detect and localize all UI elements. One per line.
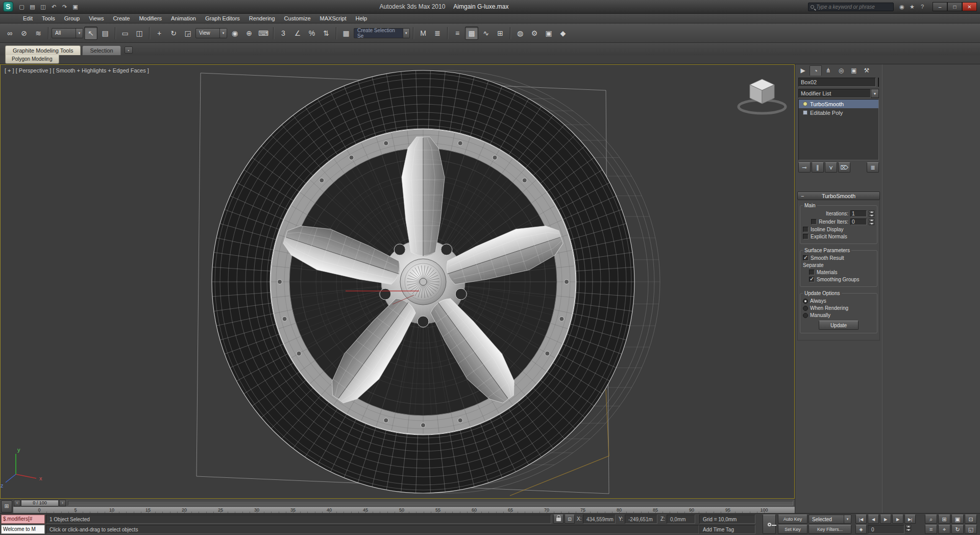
- mini-curve-editor-button[interactable]: ⊞: [1, 500, 12, 513]
- ribbon-tab-graphite-modeling-tools[interactable]: Graphite Modeling Tools: [5, 45, 81, 55]
- menu-help[interactable]: Help: [351, 14, 372, 22]
- render-iters-checkbox[interactable]: [811, 219, 817, 225]
- redo-icon[interactable]: ↷: [60, 2, 69, 12]
- pin-stack-icon[interactable]: ⊸: [798, 162, 811, 173]
- search-input[interactable]: [816, 4, 891, 10]
- isoline-display-checkbox[interactable]: [803, 227, 808, 232]
- key-filters-button[interactable]: Key Filters...: [808, 525, 851, 534]
- always-radio[interactable]: [803, 299, 808, 304]
- tab-hierarchy[interactable]: ⋔: [822, 65, 835, 76]
- rectangular-selection-region-icon[interactable]: ▭: [118, 27, 132, 40]
- use-pivot-point-icon[interactable]: ◉: [228, 27, 241, 40]
- rendered-frame-icon[interactable]: ▣: [542, 27, 555, 40]
- menu-group[interactable]: Group: [60, 14, 85, 22]
- set-keys-key-icon[interactable]: [763, 515, 776, 534]
- window-crossing-icon[interactable]: ◫: [133, 27, 146, 40]
- keyboard-override-icon[interactable]: ⌨: [257, 27, 270, 40]
- y-coordinate-field[interactable]: -249,651m: [625, 515, 657, 524]
- render-setup-icon[interactable]: ⚙: [528, 27, 541, 40]
- frame-spinner[interactable]: [905, 525, 911, 534]
- menu-animation[interactable]: Animation: [166, 14, 201, 22]
- render-iters-spinner[interactable]: 0: [850, 218, 867, 225]
- when-rendering-radio[interactable]: [803, 306, 808, 311]
- select-and-rotate-icon[interactable]: ↻: [167, 27, 180, 40]
- angle-snap-icon[interactable]: ∠: [291, 27, 304, 40]
- chevron-down-icon[interactable]: ▼: [871, 89, 879, 98]
- maxscript-mini-listener[interactable]: Welcome to M: [1, 525, 45, 534]
- smooth-result-checkbox[interactable]: [803, 255, 808, 261]
- smoothing-groups-checkbox[interactable]: [809, 277, 815, 282]
- time-slider-handle[interactable]: 0 / 100: [21, 500, 59, 506]
- selection-lock-icon[interactable]: [553, 515, 564, 524]
- menu-create[interactable]: Create: [108, 14, 134, 22]
- graphite-ribbon-toggle-icon[interactable]: ▩: [465, 27, 478, 40]
- spinner-snap-icon[interactable]: ⇅: [320, 27, 333, 40]
- remove-modifier-icon[interactable]: ⌦: [838, 162, 850, 173]
- select-by-name-icon[interactable]: ▤: [99, 27, 112, 40]
- update-button[interactable]: Update: [819, 321, 859, 330]
- zoom-all-icon[interactable]: ⊞: [938, 515, 950, 524]
- project-folder-icon[interactable]: ▣: [70, 2, 80, 12]
- menu-customize[interactable]: Customize: [280, 14, 315, 22]
- render-iters-spinner-arrows[interactable]: [869, 218, 874, 225]
- iterations-spinner-arrows[interactable]: [869, 210, 874, 217]
- zoom-extents-all-icon[interactable]: ⊡: [965, 515, 977, 524]
- named-selection-set-dropdown[interactable]: Create Selection Se▼: [354, 28, 410, 38]
- key-mode-toggle-icon[interactable]: ◈: [855, 525, 867, 534]
- tab-utilities[interactable]: ⚒: [861, 65, 873, 76]
- add-time-tag[interactable]: Add Time Tag: [699, 525, 755, 534]
- reference-coordinate-dropdown[interactable]: View▼: [195, 28, 227, 38]
- zoom-region-icon[interactable]: ⌗: [925, 525, 937, 534]
- maxscript-mini-listener-macro[interactable]: $.modifiers[#: [1, 515, 45, 524]
- communication-center-icon[interactable]: ◉: [897, 2, 906, 11]
- maximize-button[interactable]: □: [947, 2, 962, 11]
- chevron-down-icon[interactable]: ▼: [219, 29, 227, 38]
- viewport-canvas[interactable]: xyz: [1, 65, 794, 498]
- manually-radio[interactable]: [803, 313, 808, 318]
- x-coordinate-field[interactable]: 434,559mm: [583, 515, 616, 524]
- go-to-start-button[interactable]: |◀: [855, 515, 867, 524]
- app-logo-icon[interactable]: S: [3, 2, 13, 12]
- stack-item-turbosmooth[interactable]: TurboSmooth: [799, 100, 878, 108]
- tab-modify[interactable]: ◔: [810, 65, 822, 76]
- make-unique-icon[interactable]: ⋎: [825, 162, 837, 173]
- pan-icon[interactable]: ⌖: [938, 525, 950, 534]
- mirror-icon[interactable]: M: [416, 27, 430, 40]
- tab-display[interactable]: ▣: [848, 65, 860, 76]
- materials-checkbox[interactable]: [809, 270, 815, 275]
- unlink-selection-icon[interactable]: ⊘: [17, 27, 31, 40]
- chevron-down-icon[interactable]: ▼: [403, 29, 409, 38]
- render-production-icon[interactable]: ◆: [556, 27, 570, 40]
- layer-manager-icon[interactable]: ≡: [451, 27, 464, 40]
- zoom-extents-icon[interactable]: ▣: [951, 515, 964, 524]
- menu-tools[interactable]: Tools: [37, 14, 60, 22]
- percent-snap-icon[interactable]: %: [305, 27, 318, 40]
- timeline-ruler[interactable]: 0510152025303540455055606570758085909510…: [13, 506, 795, 513]
- absolute-offset-mode-icon[interactable]: ⊡: [565, 515, 575, 524]
- align-icon[interactable]: ≣: [431, 27, 444, 40]
- orbit-icon[interactable]: ↻: [951, 525, 964, 534]
- help-icon[interactable]: ?: [918, 2, 927, 11]
- perspective-viewport[interactable]: [ + ] [ Perspective ] [ Smooth + Highlig…: [0, 64, 795, 499]
- current-frame-field[interactable]: 0: [868, 525, 904, 534]
- menu-views[interactable]: Views: [84, 14, 108, 22]
- time-slider-track[interactable]: [68, 501, 793, 505]
- undo-icon[interactable]: ↶: [49, 2, 59, 12]
- bind-to-space-warp-icon[interactable]: ≋: [32, 27, 45, 40]
- time-slider-next-arrow[interactable]: ›: [59, 500, 66, 506]
- select-and-manipulate-icon[interactable]: ⊕: [242, 27, 256, 40]
- select-and-move-icon[interactable]: +: [153, 27, 166, 40]
- object-name-field[interactable]: [798, 78, 876, 87]
- menu-rendering[interactable]: Rendering: [244, 14, 280, 22]
- menu-graph-editors[interactable]: Graph Editors: [201, 14, 244, 22]
- edit-named-sets-icon[interactable]: ▦: [339, 27, 353, 40]
- go-to-end-button[interactable]: ▶|: [904, 515, 916, 524]
- zoom-icon[interactable]: ⌕: [925, 515, 937, 524]
- save-file-icon[interactable]: ◫: [38, 2, 48, 12]
- curve-editor-icon[interactable]: ∿: [479, 27, 493, 40]
- play-button[interactable]: ▶: [880, 515, 891, 524]
- snaps-toggle-icon[interactable]: 3: [277, 27, 290, 40]
- selected-set-dropdown[interactable]: Selected ▼: [808, 515, 851, 524]
- select-object-icon[interactable]: ↖: [84, 27, 97, 40]
- minimize-button[interactable]: –: [933, 2, 947, 11]
